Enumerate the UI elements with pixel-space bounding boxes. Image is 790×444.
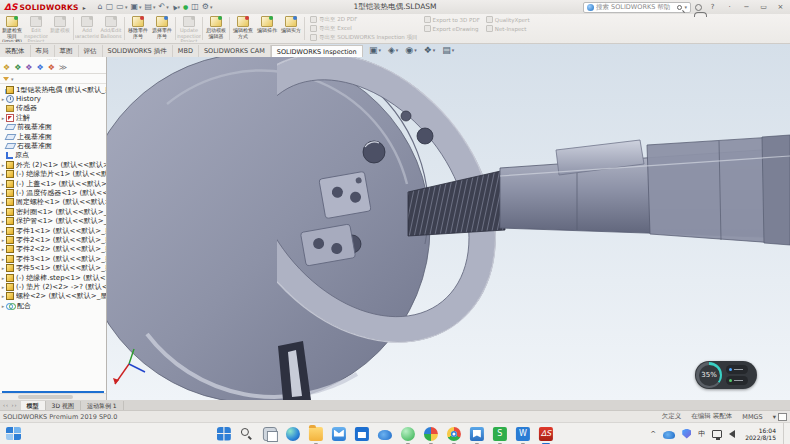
open-icon[interactable]: ▭▾ (116, 2, 127, 12)
home-icon[interactable]: ⌂ (98, 2, 103, 12)
volume-icon[interactable] (729, 430, 735, 438)
doc-tab-运动算例-1[interactable]: 运动算例 1 (81, 401, 124, 410)
security-shield-icon[interactable] (682, 429, 691, 439)
apply-scene-icon[interactable]: ▤▾ (442, 45, 454, 55)
tray-chevron-icon[interactable]: ^ (650, 430, 656, 438)
edit-assembly-icon[interactable] (778, 413, 787, 421)
help-dropdown[interactable]: · (723, 0, 736, 14)
dropdown-arrow-icon[interactable]: ▾ (125, 2, 128, 12)
tree-item[interactable]: ▸固定螺栓<1> (默认<<默认>_显示 (0, 198, 106, 207)
featuremanager-tab-icon[interactable]: ❖ (3, 63, 10, 73)
solidworks-logo[interactable]: ΔS SOLIDWORKS ▸ (0, 0, 90, 14)
onedrive-icon[interactable] (378, 430, 392, 440)
docs-icon[interactable]: S (493, 427, 507, 441)
ribbon-button-6[interactable]: 移除零件序号 (126, 15, 150, 42)
hide-show-items-icon[interactable]: ◉▾ (405, 45, 416, 55)
tree-item[interactable]: ▸配合 (0, 301, 106, 310)
dimxpertmanager-tab-icon[interactable]: ❖ (37, 63, 44, 73)
edit-operations-icon[interactable] (261, 16, 273, 27)
tree-item[interactable]: ▸(-) 上盖<1> (默认<<默认>_显示状 (0, 179, 106, 188)
new-inspection-project-icon[interactable] (6, 16, 18, 27)
explorer-icon[interactable] (309, 427, 323, 441)
dropdown-arrow-icon[interactable]: ▾ (433, 47, 436, 53)
tree-item[interactable]: 原点 (0, 151, 106, 160)
tree-item[interactable]: ▸零件3<1> (默认<<默认>_显示状态 (0, 254, 106, 263)
select-icon[interactable]: ▲▾ (172, 2, 180, 12)
tree-item[interactable]: 1型铠装热电偶 (默认<默认_显示状态-1 (0, 85, 106, 94)
doc-tab-3D-视图[interactable]: 3D 视图 (46, 401, 81, 410)
graphics-viewport[interactable]: ◎◪▾▣▾◈▾◉▾❖▾▤▾ 35% (107, 44, 790, 400)
ribbon-button-10[interactable]: 编辑检查方式 (231, 15, 255, 42)
ribbon-button-1[interactable]: 新建检查项目 (imp:档) (0, 15, 24, 42)
mail-icon[interactable] (332, 427, 346, 441)
tab-mbd[interactable]: MBD (173, 45, 199, 57)
tree-item[interactable]: ▸保护管<1> (默认<<默认>_显示状 (0, 216, 106, 225)
print-icon[interactable]: ▤▾ (144, 2, 155, 12)
widgets-icon[interactable] (6, 427, 21, 440)
configurationmanager-tab-icon[interactable]: ❖ (25, 63, 32, 73)
clock[interactable]: 16:04 2022/8/15 (742, 427, 776, 441)
tree-item[interactable]: 上视基准面 (0, 132, 106, 141)
dropdown-arrow-icon[interactable]: ▾ (139, 2, 142, 12)
ribbon-button-9[interactable]: 启动模板编辑器 (204, 15, 228, 42)
scrollbar-thumb[interactable] (18, 395, 73, 399)
display-tray-icon[interactable] (712, 430, 722, 438)
taskview-icon[interactable] (263, 427, 277, 441)
search-icon[interactable] (677, 5, 682, 10)
tree-item[interactable]: ▸外壳 (2)<1> (默认<<默认>_显示状 (0, 160, 106, 169)
ribbon-button-11[interactable]: 编辑操作 (255, 15, 279, 42)
tree-item[interactable]: ▸(-) 垫片 (2)<2> ->? (默认<<默认 (0, 282, 106, 291)
widget-button-top[interactable] (726, 365, 748, 374)
tree-item[interactable]: ▸注解 (0, 113, 106, 122)
onedrive-tray-icon[interactable] (663, 431, 675, 439)
help-search-box[interactable]: 搜索 SOLIDWORKS 帮助 ▾ (583, 2, 691, 13)
menu-expand-arrow-icon[interactable]: ▸ (83, 4, 86, 11)
panel-tabs-overflow-icon[interactable]: ≫ (59, 63, 67, 73)
rebuild-icon[interactable]: ● (183, 2, 188, 12)
new-document-icon[interactable]: ▢ (106, 2, 114, 12)
tree-item[interactable]: ▸密封圈<1> (默认<<默认>_显示状 (0, 207, 106, 216)
save-icon[interactable]: ▣▾ (130, 2, 141, 12)
start-icon[interactable] (217, 427, 231, 441)
display-style-icon[interactable]: ◈▾ (388, 45, 398, 55)
dropdown-arrow-icon[interactable]: ▾ (396, 47, 399, 53)
widget-button-bottom[interactable] (726, 376, 748, 385)
dropdown-arrow-icon[interactable]: ▾ (153, 2, 156, 12)
cad-model-thermocouple[interactable] (107, 44, 790, 400)
panel-horizontal-scrollbar[interactable] (0, 393, 106, 400)
solidworks-icon[interactable]: ΔS (539, 427, 553, 441)
remove-balloons-icon[interactable] (132, 16, 144, 27)
tree-filter-row[interactable]: ▾ (0, 74, 106, 84)
launch-template-editor-icon[interactable] (210, 16, 222, 27)
propertymanager-tab-icon[interactable]: ❖ (14, 63, 21, 73)
tree-item[interactable]: ▸零件2<1> (默认<<默认>_显示状态 (0, 235, 106, 244)
tree-item[interactable]: ▸(-) 温度传感器<1> (默认<<默认>_ (0, 188, 106, 197)
help-button[interactable]: ? (706, 0, 719, 14)
dropdown-arrow-icon[interactable]: ▾ (378, 47, 381, 53)
tab-评估[interactable]: 评估 (79, 45, 103, 57)
progress-widget[interactable]: 35% (695, 361, 757, 389)
reader-icon[interactable] (470, 427, 484, 441)
chrome-icon[interactable] (447, 427, 461, 441)
tree-item[interactable]: 传感器 (0, 104, 106, 113)
displaymanager-tab-icon[interactable]: ❖ (48, 63, 55, 73)
tree-item[interactable]: ▸零件5<1> (默认<<默认>_显示状态 (0, 263, 106, 272)
options-icon[interactable]: ⚙▾ (202, 2, 213, 12)
show-desktop-button[interactable] (783, 423, 786, 444)
tree-item[interactable]: ▸零件1<1> (默认<<默认>_显示状态 (0, 226, 106, 235)
ribbon-button-7[interactable]: 选择零件序号 (150, 15, 174, 42)
filter-funnel-icon[interactable] (3, 77, 9, 81)
file-properties-icon[interactable]: ◫ (191, 2, 199, 12)
tree-item[interactable]: ▸螺栓<2> (默认<<默认>_显示状态 (0, 292, 106, 301)
colorwheel-browser-icon[interactable] (424, 427, 438, 441)
tab-solidworks-cam[interactable]: SOLIDWORKS CAM (199, 45, 271, 57)
edit-measurement-icon[interactable] (285, 16, 297, 27)
ime-indicator[interactable]: 中 (698, 429, 705, 439)
ribbon-button-12[interactable]: 编辑实方 (279, 15, 303, 42)
dropdown-arrow-icon[interactable]: ▾ (452, 47, 455, 53)
search-icon[interactable] (240, 427, 254, 441)
edge-icon[interactable] (286, 427, 300, 441)
close-button[interactable]: × (774, 0, 787, 14)
search-dropdown-icon[interactable]: ▾ (684, 4, 687, 10)
tab-装配体[interactable]: 装配体 (0, 45, 31, 57)
